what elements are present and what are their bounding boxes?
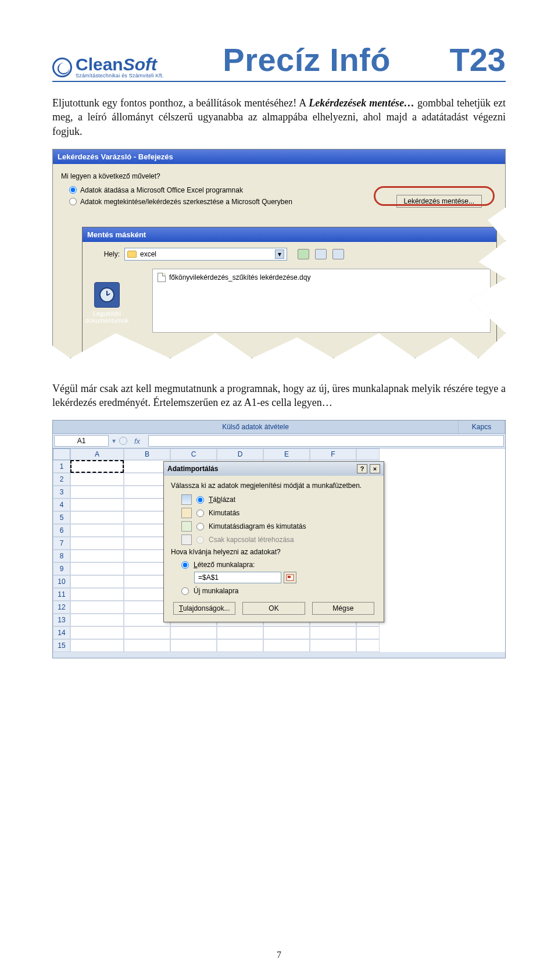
cell[interactable] — [217, 626, 263, 639]
select-all-corner[interactable] — [53, 448, 70, 460]
cell[interactable] — [70, 614, 124, 626]
recent-documents-icon — [94, 282, 120, 308]
file-row[interactable]: főkönyvilekérdezés_szűkítés lekérdezése.… — [158, 273, 485, 282]
pivottable-icon — [181, 508, 192, 518]
cell[interactable] — [70, 473, 124, 486]
cell[interactable] — [170, 626, 217, 639]
row-header[interactable]: 10 — [53, 575, 70, 588]
radio-pass-to-excel-label: Adatok átadása a Microsoft Office Excel … — [80, 186, 243, 194]
opt-new-radio[interactable] — [181, 587, 189, 595]
cell[interactable] — [310, 639, 356, 652]
save-as-dialog: Mentés másként Hely: excel ▾ — [82, 227, 497, 358]
cell[interactable] — [170, 639, 217, 652]
up-one-level-icon[interactable] — [315, 249, 327, 259]
properties-button[interactable]: Tulajdonságok... — [173, 602, 235, 615]
fx-icon[interactable]: fx — [134, 437, 140, 446]
row-header[interactable]: 7 — [53, 537, 70, 550]
opt-pivotchart[interactable]: Kimutatásdiagram és kimutatás — [181, 521, 377, 532]
row-header[interactable]: 3 — [53, 486, 70, 498]
ribbon-groups: Külső adatok átvétele Kapcs — [53, 420, 505, 434]
opt-existing-radio[interactable] — [181, 561, 189, 569]
location-label: Hely: — [91, 250, 120, 258]
cell[interactable] — [263, 626, 310, 639]
import-prompt-display: Válassza ki az adatok megjelenítési módj… — [171, 482, 377, 490]
cell[interactable] — [70, 524, 124, 537]
cell[interactable] — [310, 626, 356, 639]
radio-pass-to-excel[interactable]: Adatok átadása a Microsoft Office Excel … — [69, 186, 497, 194]
file-list[interactable]: főkönyvilekérdezés_szűkítés lekérdezése.… — [152, 269, 491, 333]
row-header[interactable]: 9 — [53, 562, 70, 575]
save-as-titlebar: Mentés másként — [83, 227, 496, 242]
ok-button[interactable]: OK — [242, 602, 305, 615]
cell[interactable] — [70, 588, 124, 601]
wizard-titlebar: Lekérdezés Varázsló - Befejezés — [53, 149, 505, 164]
col-header[interactable]: C — [170, 448, 217, 460]
cell[interactable] — [70, 601, 124, 614]
cell[interactable] — [70, 498, 124, 511]
range-selector-icon[interactable] — [284, 572, 296, 583]
close-button[interactable]: × — [370, 464, 380, 473]
opt-pivot[interactable]: Kimutatás — [181, 508, 377, 518]
dropdown-icon[interactable]: ▾ — [112, 437, 116, 445]
row-header[interactable]: 14 — [53, 626, 70, 639]
save-query-button[interactable]: Lekérdezés mentése... — [396, 195, 482, 208]
cell[interactable] — [70, 550, 124, 562]
radio-view-in-msquery-input[interactable] — [69, 198, 77, 205]
col-header[interactable]: A — [70, 448, 124, 460]
row-header[interactable]: 8 — [53, 550, 70, 562]
location-combo[interactable]: excel ▾ — [124, 248, 287, 261]
opt-pivot-radio[interactable] — [196, 509, 204, 517]
cancel-button[interactable]: Mégse — [312, 602, 374, 615]
cell[interactable] — [70, 486, 124, 498]
opt-table[interactable]: Táblázat — [181, 494, 377, 505]
new-folder-icon[interactable] — [332, 249, 344, 259]
row-header[interactable]: 5 — [53, 511, 70, 524]
cancel-formula-icon[interactable] — [119, 437, 127, 445]
doc-code: T23 — [450, 41, 506, 79]
opt-table-radio[interactable] — [196, 496, 204, 504]
cell[interactable] — [124, 626, 170, 639]
doc-title: Precíz Infó — [223, 41, 391, 79]
places-recent[interactable]: Legutóbbi dokumentumok — [83, 282, 131, 324]
col-header[interactable]: E — [263, 448, 310, 460]
cell[interactable] — [70, 562, 124, 575]
cell[interactable] — [217, 639, 263, 652]
cell[interactable] — [356, 626, 380, 639]
row-header[interactable]: 13 — [53, 614, 70, 626]
chevron-down-icon[interactable]: ▾ — [275, 250, 284, 259]
row-header[interactable]: 2 — [53, 473, 70, 486]
name-box[interactable]: A1 — [54, 435, 109, 447]
cell[interactable] — [263, 639, 310, 652]
row-header[interactable]: 11 — [53, 588, 70, 601]
row-header[interactable]: 4 — [53, 498, 70, 511]
radio-pass-to-excel-input[interactable] — [69, 186, 77, 194]
cell[interactable] — [70, 575, 124, 588]
opt-new-sheet[interactable]: Új munkalapra — [181, 587, 377, 595]
radio-view-in-msquery-label: Adatok megtekintése/lekérdezés szerkeszt… — [80, 198, 292, 206]
cell[interactable] — [70, 626, 124, 639]
opt-pivot-label: Kimutatás — [209, 509, 239, 517]
dqy-file-icon — [158, 273, 166, 282]
help-button[interactable]: ? — [357, 464, 367, 473]
nav-back-icon[interactable] — [298, 249, 309, 259]
cell[interactable] — [70, 537, 124, 550]
cell[interactable] — [70, 511, 124, 524]
page-header: CleanSoft Számítástechnikai és Számvitel… — [52, 41, 506, 82]
row-header[interactable]: 1 — [53, 460, 70, 473]
cell[interactable] — [70, 639, 124, 652]
row-header[interactable]: 15 — [53, 639, 70, 652]
col-header[interactable]: D — [217, 448, 263, 460]
cell-ref-input[interactable] — [194, 572, 281, 583]
row-header[interactable]: 6 — [53, 524, 70, 537]
col-header[interactable] — [356, 448, 380, 460]
row-header[interactable]: 12 — [53, 601, 70, 614]
ribbon-group-external: Külső adatok átvétele — [53, 420, 459, 433]
opt-existing-sheet[interactable]: Létező munkalapra: — [181, 561, 377, 569]
opt-pivotchart-radio[interactable] — [196, 523, 204, 530]
cell[interactable] — [356, 639, 380, 652]
svg-rect-1 — [288, 576, 291, 578]
col-header[interactable]: F — [310, 448, 356, 460]
col-header[interactable]: B — [124, 448, 170, 460]
cell[interactable] — [124, 639, 170, 652]
formula-input[interactable] — [148, 435, 504, 447]
